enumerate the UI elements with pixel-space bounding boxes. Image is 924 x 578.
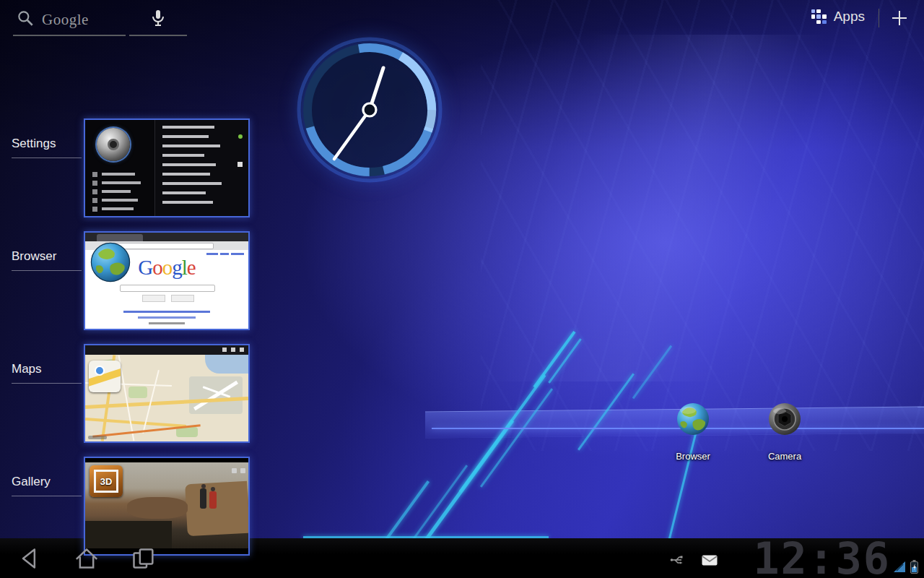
search-box[interactable]: Google [13,4,126,36]
maps-bar-icon [231,348,235,352]
runway [193,381,238,410]
add-widget-button[interactable] [889,8,910,28]
voice-search-button[interactable] [129,4,187,36]
settings-menu-row [92,171,135,178]
map-airport [189,376,243,414]
recent-item-label-gallery[interactable]: Gallery [12,475,82,496]
plus-icon [889,8,910,28]
home-button[interactable] [72,544,101,573]
logo-letter: o [152,256,162,279]
back-icon [16,544,45,573]
google-search-widget[interactable]: Google [13,4,187,36]
email-notification-icon[interactable] [702,555,718,566]
maps-app-icon [89,361,121,392]
apps-button[interactable]: Apps [811,9,865,25]
gallery-app-icon: 3D [90,465,123,497]
badge-stripe [89,367,121,387]
text-line [162,191,206,194]
page-links [206,253,244,255]
footer-text-line [149,322,185,324]
text-line [162,135,209,138]
apps-grid-icon [811,9,827,25]
status-dot [238,134,243,139]
map-watermark [88,436,107,439]
badge-label: 3D [90,465,123,497]
search-icon [16,9,35,30]
camera-icon [767,402,802,436]
shortcut-browser[interactable]: Browser [664,402,722,462]
map-park [128,387,147,398]
search-field-mini [120,285,215,292]
knob-center [108,139,119,150]
microphone-icon [149,9,167,30]
photo-person [200,488,206,509]
text-line [162,182,222,185]
settings-knob-icon [97,128,130,161]
map-canvas [85,355,248,441]
signal-icon [894,561,905,572]
settings-menu-row [92,188,131,195]
recent-thumbnail-maps[interactable] [84,344,250,443]
checkbox-mark [237,162,243,167]
recent-item-label-settings[interactable]: Settings [12,137,82,158]
photo-rock [127,497,188,519]
text-line [162,144,220,147]
text-line [162,173,210,176]
analog-clock-widget[interactable] [290,30,449,189]
settings-menu-row [92,205,134,212]
browser-tab-bar [85,233,248,241]
browser-icon [676,402,710,436]
map-road [118,355,135,441]
settings-menu-row [92,197,138,204]
home-icon [72,544,101,573]
google-logo: Google [42,11,89,29]
logo-letter: g [172,256,182,279]
map-water [205,355,248,374]
photo-person-head [211,487,215,491]
recent-thumbnail-gallery[interactable]: 3D [84,457,250,556]
maps-bar-icon [222,348,227,352]
text-line [162,126,214,129]
text-line [162,163,216,166]
logo-letter: l [182,256,187,279]
footer-link-line [123,311,210,313]
badge-pin [95,366,105,376]
topbar-divider [879,9,879,27]
apps-label: Apps [834,9,865,25]
settings-menu-row [92,179,141,186]
text-line [162,154,204,157]
gallery-toolbar-icons [232,468,245,473]
maps-bar-icon [240,348,244,352]
search-buttons [142,295,194,302]
logo-letter: e [187,256,196,279]
logo-letter: o [162,256,173,279]
recents-icon [128,544,157,573]
battery-icon [910,560,918,574]
photo-person-red [209,491,217,509]
shortcut-camera[interactable]: Camera [756,402,814,462]
recent-thumbnail-settings[interactable] [84,118,250,217]
back-button[interactable] [16,544,45,573]
shortcut-label: Camera [756,451,814,462]
recents-button[interactable] [128,544,157,573]
maps-action-bar [85,345,248,355]
text-line [162,201,213,204]
footer-link-line [138,316,196,319]
recent-item-label-browser[interactable]: Browser [12,249,82,271]
system-clock[interactable]: 12:36 [753,538,891,578]
settings-left-pane [85,120,154,216]
logo-letter: G [138,256,152,279]
recent-thumbnail-browser[interactable]: Google [84,231,250,330]
shortcut-label: Browser [664,451,722,462]
recent-item-label-maps[interactable]: Maps [12,362,82,384]
browser-tab [97,234,143,241]
photo-cliff [185,481,250,536]
browser-app-icon [90,241,131,283]
usb-debug-icon[interactable] [670,553,683,566]
settings-detail-pane [154,120,248,216]
clock-face [290,30,449,189]
photo-person-head [201,484,206,488]
map-road [85,418,186,428]
